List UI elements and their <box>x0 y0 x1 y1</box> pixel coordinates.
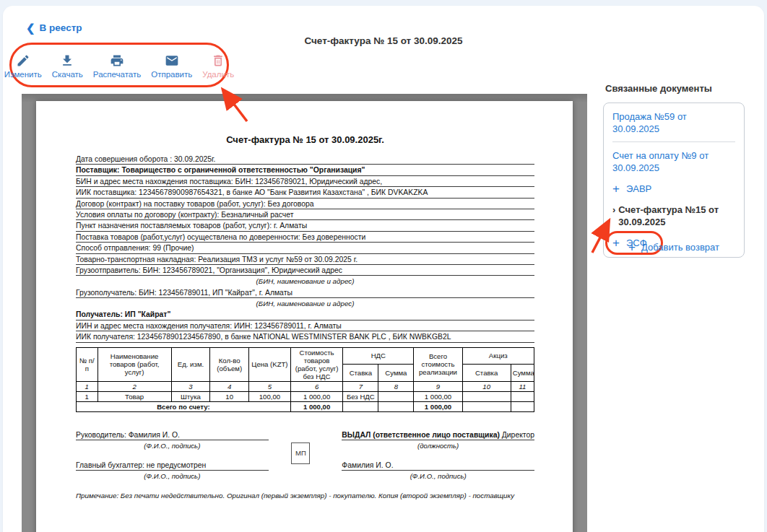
print-button[interactable]: Распечатать <box>88 53 146 79</box>
invoice-line: ИИК поставщика: 12345678900987654321, в … <box>76 187 534 198</box>
envelope-icon <box>165 53 179 68</box>
edit-button-label: Изменить <box>4 70 42 79</box>
pencil-icon <box>16 53 30 68</box>
total-label: Всего по счету: <box>77 401 291 411</box>
issuer-caption: (Ф.И.О., подпись) <box>342 472 534 480</box>
chevron-left-icon: ❮ <box>26 22 35 33</box>
chevron-right-icon: › <box>612 204 615 228</box>
invoice-line: Способ отправления: 99 (Прочие) <box>76 243 534 253</box>
plus-icon: + <box>612 184 620 193</box>
col-header-excise-sum: Сумма <box>511 365 534 382</box>
invoice-line: Грузоотправитель: БИН: 123456789021, "Ор… <box>76 265 534 276</box>
send-button-label: Отправить <box>151 70 192 79</box>
related-sale-link[interactable]: Продажа №59 от 30.09.2025 <box>612 110 735 135</box>
issued-value: Директор <box>500 431 534 439</box>
col-header-vat-sum: Сумма <box>378 365 414 382</box>
divider <box>612 141 735 142</box>
invoice-page: Счет-фактура № 15 от 30.09.2025г. Дата с… <box>36 101 573 532</box>
head-signature-caption: (Ф.И.О., подпись) <box>76 442 269 450</box>
invoice-caption: (БИН, наименование и адрес) <box>76 298 534 309</box>
related-current-invoice[interactable]: › Счет-фактура №15 от 30.09.2025 <box>612 204 735 228</box>
col-header-total: Всего стоимость реализации <box>414 347 462 381</box>
invoice-note: Примечание: Без печати недействительно. … <box>76 492 534 500</box>
invoice-line: Грузополучатель: БИН: 123456789011, ИП "… <box>76 287 534 298</box>
back-to-registry-link[interactable]: ❮ В реестр <box>26 22 82 33</box>
col-header-excise-rate: Ставка <box>462 365 511 382</box>
col-header-vat: НДС <box>343 347 414 365</box>
current-invoice-label: Счет-фактура №15 от 30.09.2025 <box>618 204 735 228</box>
invoice-title: Счет-фактура № 15 от 30.09.2025г. <box>76 134 534 145</box>
col-header-excise: Акциз <box>462 347 534 365</box>
send-button[interactable]: Отправить <box>146 53 197 79</box>
total-sum: 1 000,00 <box>414 401 462 411</box>
total-cost: 1 000,00 <box>290 401 343 411</box>
invoice-caption: (БИН, наименование и адрес) <box>76 276 534 287</box>
accountant-signature-line: Главный бухгалтер: не предусмотрен <box>76 461 269 471</box>
accountant-caption: (Ф.И.О., подпись) <box>76 472 269 480</box>
invoice-line: ИИН и адрес места нахождения получателя:… <box>76 320 534 331</box>
download-button[interactable]: Скачать <box>47 53 88 79</box>
toolbar-annotation-circle: Изменить Скачать Распечатать Отправить У… <box>9 43 229 87</box>
col-header-vat-rate: Ставка <box>343 365 378 382</box>
col-header-price: Цена (KZT) <box>249 347 291 381</box>
related-documents-card: Продажа №59 от 30.09.2025 Счет на оплату… <box>603 103 745 258</box>
issued-signature-line: ВЫДАЛ (ответственное лицо поставщика) Ди… <box>342 431 534 440</box>
document-toolbar: Изменить Скачать Распечатать Отправить У… <box>0 52 239 79</box>
add-return-button[interactable]: + Добавить возврат <box>603 242 745 253</box>
edit-button[interactable]: Изменить <box>0 53 47 79</box>
invoice-line: БИН и адрес места нахождения поставщика:… <box>76 176 534 187</box>
download-button-label: Скачать <box>52 70 83 79</box>
printer-icon <box>110 53 124 68</box>
delete-button[interactable]: Удалить <box>197 53 239 79</box>
col-header-name: Наименование товаров (работ, услуг) <box>98 347 171 381</box>
invoice-line-supplier: Поставщик: Товарищество с ограниченной о… <box>76 165 534 175</box>
issuer-name-line: Фамилия И. О. <box>342 461 534 471</box>
plus-icon: + <box>628 243 636 252</box>
col-header-unit: Ед. изм. <box>171 347 210 381</box>
invoice-line: Дата совершения оборота : 30.09.2025г. <box>76 154 534 165</box>
invoice-line: Договор (контракт) на поставку товаров (… <box>76 199 534 209</box>
related-payment-invoice-link[interactable]: Счет на оплату №9 от 30.09.2025 <box>612 149 735 174</box>
add-return-label: Добавить возврат <box>641 242 719 253</box>
goods-total-row: Всего по счету: 1 000,00 1 000,00 <box>77 401 534 411</box>
column-number-row: 12 34 56 78 910 11 <box>77 381 534 391</box>
invoice-line: Пункт назначения поставляемых товаров (р… <box>76 220 534 231</box>
print-button-label: Распечатать <box>93 70 141 79</box>
add-eavr-button[interactable]: + ЭАВР <box>612 183 651 194</box>
invoice-line: ИИК получателя: 12345678901234567890, в … <box>76 331 534 342</box>
main-card: ❮ В реестр Счет-фактура № 15 от 30.09.20… <box>3 6 764 532</box>
head-signature-line: Руководитель: Фамилия И. О. <box>76 431 269 440</box>
issued-label: ВЫДАЛ (ответственное лицо поставщика) <box>342 431 500 439</box>
download-icon <box>60 53 74 68</box>
goods-table: № п/п Наименование товаров (работ, услуг… <box>76 347 534 412</box>
issued-caption: (должность) <box>342 442 534 450</box>
col-header-cost: Стоимость товаров (работ, услуг) без НДС <box>290 347 343 381</box>
related-documents-heading: Связанные документы <box>605 83 712 94</box>
stamp-placeholder: МП <box>291 442 310 464</box>
col-header-num: № п/п <box>77 347 98 381</box>
trash-icon <box>211 53 225 68</box>
add-eavr-label: ЭАВР <box>626 183 651 194</box>
invoice-line: Товарно-транспортная накладная: Реализац… <box>76 254 534 265</box>
back-link-label: В реестр <box>40 22 82 33</box>
invoice-line-recipient: Получатель: ИП "Кайрат" <box>76 309 534 320</box>
invoice-line: Условия оплаты по договору (контракту): … <box>76 209 534 220</box>
signatures-section: МП Руководитель: Фамилия И. О. (Ф.И.О., … <box>76 431 534 480</box>
document-preview-area: Счет-фактура № 15 от 30.09.2025г. Дата с… <box>22 94 587 532</box>
col-header-qty: Кол-во (объем) <box>210 347 249 381</box>
delete-button-label: Удалить <box>202 70 234 79</box>
goods-row: 1 Товар Штука 10 100,00 1 000,00 Без НДС… <box>77 391 534 401</box>
invoice-line: Поставка товаров (работ,услуг) осуществл… <box>76 232 534 243</box>
